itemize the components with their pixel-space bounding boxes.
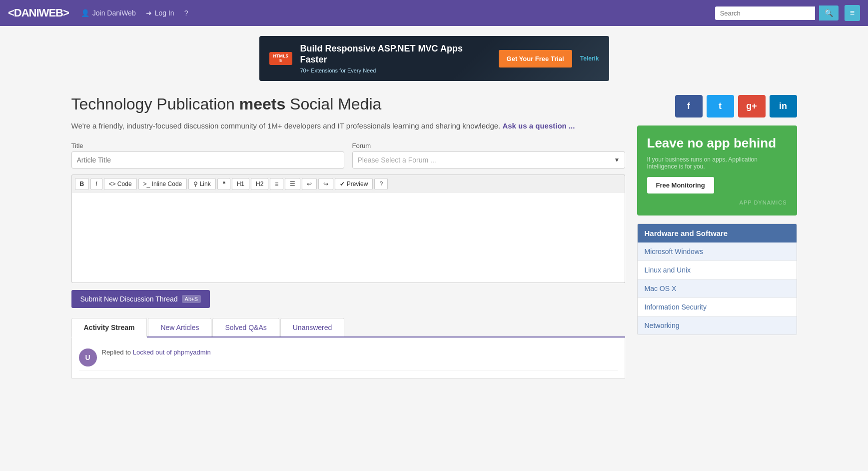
sidebar-categories: Hardware and Software Microsoft Windows … (637, 224, 797, 335)
forum-select[interactable]: Please Select a Forum ... Hardware and S… (352, 152, 625, 168)
sidebar-item-networking[interactable]: Networking (638, 316, 797, 334)
googleplus-button[interactable]: g+ (738, 95, 766, 118)
content-row: Technology Publication meets Social Medi… (71, 95, 797, 378)
tab-solved-qas[interactable]: Solved Q&As (212, 318, 279, 336)
redo-button[interactable]: ↪ (318, 178, 333, 190)
navbar: <DANIWEB> 👤 Join DaniWeb ➜ Log In ? 🔍 ≡ (0, 0, 868, 26)
h2-button[interactable]: H2 (251, 178, 268, 190)
ad-side-description: If your business runs on apps, Applicati… (647, 156, 787, 170)
html5-badge: HTML5 5 (269, 52, 292, 65)
editor-area[interactable] (71, 193, 625, 283)
sidebar-item-linux[interactable]: Linux and Unix (638, 261, 797, 280)
sidebar-section-header: Hardware and Software (638, 224, 797, 242)
activity-area: U Replied to Locked out of phpmyadmin (71, 338, 625, 378)
page-description: We're a friendly, industry-focused discu… (71, 120, 625, 132)
bold-button[interactable]: B (75, 178, 89, 190)
ad-side-headline: Leave no app behind (647, 136, 787, 151)
ad-banner: HTML5 5 Build Responsive ASP.NET MVC App… (71, 36, 797, 81)
submit-label: Submit New Discussion Thread (80, 295, 178, 303)
sidebar-column: f t g+ in Leave no app behind If your bu… (637, 95, 797, 378)
help-link[interactable]: ? (184, 9, 188, 17)
facebook-button[interactable]: f (675, 95, 703, 118)
ad-cta-button[interactable]: Get Your Free Trial (499, 50, 572, 68)
ask-link[interactable]: Ask us a question ... (502, 122, 575, 130)
join-link[interactable]: 👤 Join DaniWeb (81, 9, 136, 17)
login-icon: ➜ (146, 9, 152, 17)
inline-code-button[interactable]: >_ Inline Code (138, 178, 187, 190)
avatar: U (79, 348, 97, 366)
preview-button[interactable]: ✔ Preview (335, 178, 373, 190)
code-button[interactable]: <> Code (104, 178, 137, 190)
menu-button[interactable]: ≡ (845, 5, 860, 21)
title-field-group: Title (71, 142, 344, 168)
main-column: Technology Publication meets Social Medi… (71, 95, 625, 378)
ordered-list-button[interactable]: ≡ (270, 178, 283, 190)
ad-side-brand: APP DYNAMICS (647, 200, 787, 206)
submit-button[interactable]: Submit New Discussion Thread Alt+S (71, 290, 210, 308)
title-label: Title (71, 142, 344, 150)
sidebar-item-windows[interactable]: Microsoft Windows (638, 242, 797, 261)
h1-button[interactable]: H1 (232, 178, 249, 190)
site-logo[interactable]: <DANIWEB> (8, 6, 69, 20)
login-link[interactable]: ➜ Log In (146, 9, 174, 17)
tab-activity-stream[interactable]: Activity Stream (71, 318, 147, 338)
social-buttons: f t g+ in (637, 95, 797, 118)
submit-shortcut: Alt+S (182, 295, 201, 303)
activity-link[interactable]: Locked out of phpmyadmin (133, 348, 211, 356)
ad-brand-logo: Telerik (580, 55, 599, 62)
linkedin-button[interactable]: in (770, 95, 797, 118)
sidebar-item-macos[interactable]: Mac OS X (638, 280, 797, 298)
editor-toolbar: B I <> Code >_ Inline Code ⚲ Link ❝ H1 H… (71, 174, 625, 193)
page-heading: Technology Publication meets Social Medi… (71, 95, 625, 114)
activity-text: Replied to Locked out of phpmyadmin (102, 348, 211, 356)
ad-banner-inner[interactable]: HTML5 5 Build Responsive ASP.NET MVC App… (259, 36, 609, 81)
tab-unanswered[interactable]: Unanswered (280, 318, 345, 336)
heading-bold: meets (239, 95, 286, 113)
link-button[interactable]: ⚲ Link (188, 178, 215, 190)
ad-side-cta-button[interactable]: Free Monitoring (647, 177, 714, 194)
forum-label: Forum (352, 142, 625, 150)
tab-new-articles[interactable]: New Articles (148, 318, 211, 336)
title-input[interactable] (71, 152, 344, 168)
ad-headline: Build Responsive ASP.NET MVC Apps Faster (300, 44, 491, 65)
activity-action: Replied to (102, 348, 131, 356)
italic-button[interactable]: I (90, 178, 102, 190)
navbar-right: 🔍 ≡ (715, 5, 860, 21)
list-item: U Replied to Locked out of phpmyadmin (79, 344, 618, 371)
heading-normal2: Social Media (285, 95, 381, 113)
ad-text-block: Build Responsive ASP.NET MVC Apps Faster… (300, 44, 491, 73)
unordered-list-button[interactable]: ☰ (285, 178, 300, 190)
forum-field-group: Forum Please Select a Forum ... Hardware… (352, 142, 625, 168)
search-input[interactable] (715, 6, 815, 20)
undo-button[interactable]: ↩ (302, 178, 317, 190)
sidebar-ad: Leave no app behind If your business run… (637, 126, 797, 216)
sidebar-item-security[interactable]: Information Security (638, 298, 797, 316)
user-icon: 👤 (81, 9, 89, 17)
post-form-row: Title Forum Please Select a Forum ... Ha… (71, 142, 625, 168)
heading-normal: Technology Publication (71, 95, 239, 113)
twitter-button[interactable]: t (707, 95, 734, 118)
navbar-links: 👤 Join DaniWeb ➜ Log In ? (81, 9, 707, 17)
search-button[interactable]: 🔍 (819, 6, 839, 20)
help-button[interactable]: ? (374, 178, 388, 190)
forum-select-wrapper: Please Select a Forum ... Hardware and S… (352, 152, 625, 168)
ad-subtext: 70+ Extensions for Every Need (300, 68, 491, 74)
tabs-row: Activity Stream New Articles Solved Q&As… (71, 318, 625, 338)
quote-button[interactable]: ❝ (217, 178, 230, 190)
